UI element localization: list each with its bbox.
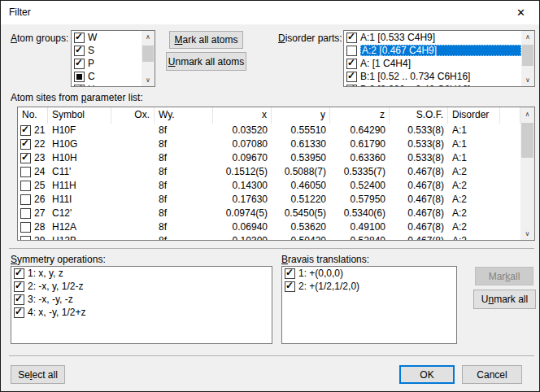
section-divider bbox=[9, 248, 534, 249]
checkbox[interactable] bbox=[346, 72, 357, 82]
bravais-translations-listbox[interactable]: 1: +(0,0,0) 2: +(1/2,1/2,0) bbox=[281, 266, 457, 344]
disorder-parts-listbox[interactable]: A:1 [0.533 C4H9] A:2 [0.467 C4H9] A: [1 … bbox=[343, 30, 535, 87]
table-row[interactable]: 22 H10G 8f 0.07080 0.61330 0.61790 0.533… bbox=[18, 137, 520, 151]
mark-all-button: Mark all bbox=[475, 267, 533, 285]
list-item[interactable]: 2: -x, y, 1/2-z bbox=[11, 280, 272, 293]
scrollbar[interactable]: ∧ ∨ bbox=[520, 107, 534, 240]
checkbox[interactable] bbox=[14, 307, 24, 318]
list-item[interactable]: C bbox=[72, 70, 142, 83]
cancel-button[interactable]: Cancel bbox=[462, 365, 522, 384]
mark-all-atoms-button[interactable]: Mark all atoms bbox=[169, 31, 243, 49]
bravais-translations-label: Bravais translations: bbox=[281, 254, 369, 265]
list-item[interactable]: S bbox=[72, 44, 142, 57]
close-icon: ✕ bbox=[516, 7, 525, 19]
column-header-y[interactable]: y bbox=[272, 107, 330, 124]
checkbox[interactable] bbox=[285, 268, 295, 279]
table-header[interactable]: No. Symbol Ox. Wy. x y z S.O.F. Disorder bbox=[18, 107, 520, 124]
checkbox[interactable] bbox=[74, 72, 85, 82]
list-item[interactable]: 1: +(0,0,0) bbox=[282, 267, 456, 280]
list-item[interactable]: P bbox=[72, 57, 142, 70]
checkbox[interactable] bbox=[20, 139, 31, 150]
table-row[interactable]: 23 H10H 8f 0.09670 0.53950 0.63360 0.533… bbox=[18, 151, 520, 165]
disorder-parts-label: Disorder parts: bbox=[278, 33, 342, 44]
list-item[interactable]: 4: x, -y, 1/2+z bbox=[11, 306, 272, 319]
checkbox[interactable] bbox=[20, 181, 31, 191]
column-header-disorder[interactable]: Disorder bbox=[448, 107, 500, 124]
scroll-up-icon[interactable]: ∧ bbox=[142, 31, 155, 43]
select-all-button[interactable]: Select all bbox=[11, 365, 65, 384]
list-item-selected[interactable]: A:2 [0.467 C4H9] bbox=[344, 44, 521, 57]
checkbox[interactable] bbox=[346, 85, 357, 88]
atom-groups-label: Atom groups: bbox=[11, 33, 68, 44]
checkbox[interactable] bbox=[74, 59, 85, 69]
table-row[interactable]: 29 H12B 8f 0.10300 0.50420 0.52840 0.467… bbox=[18, 234, 520, 241]
checkbox[interactable] bbox=[20, 153, 31, 163]
scroll-down-icon[interactable]: ∨ bbox=[520, 227, 534, 240]
checkbox[interactable] bbox=[346, 33, 357, 43]
column-header-x[interactable]: x bbox=[213, 107, 272, 124]
table-row[interactable]: 25 H11H 8f 0.14300 0.46050 0.52400 0.467… bbox=[18, 179, 520, 193]
checkbox[interactable] bbox=[14, 294, 24, 305]
checkbox[interactable] bbox=[14, 268, 24, 279]
table-row[interactable]: 21 H10F 8f 0.03520 0.55510 0.64290 0.533… bbox=[18, 124, 520, 137]
checkbox[interactable] bbox=[20, 125, 31, 136]
column-header-ox[interactable]: Ox. bbox=[111, 107, 155, 124]
checkbox[interactable] bbox=[346, 46, 357, 56]
list-item[interactable]: B:2 [0.266 .. 0.48 C6H16] bbox=[344, 83, 521, 87]
checkbox[interactable] bbox=[74, 85, 85, 88]
scroll-down-icon[interactable]: ∨ bbox=[142, 74, 155, 86]
scrollbar[interactable]: ∧ ∨ bbox=[521, 31, 534, 86]
scroll-thumb[interactable] bbox=[522, 45, 533, 66]
atom-sites-label: Atom sites from parameter list: bbox=[11, 92, 143, 103]
filter-dialog: Filter ✕ Atom groups: W S P C H ∧ ∨ Mark… bbox=[0, 0, 540, 392]
scroll-thumb[interactable] bbox=[521, 123, 533, 158]
checkbox[interactable] bbox=[20, 194, 31, 205]
checkbox[interactable] bbox=[14, 281, 24, 292]
atom-sites-table[interactable]: No. Symbol Ox. Wy. x y z S.O.F. Disorder… bbox=[17, 107, 535, 241]
column-header-filler bbox=[500, 107, 520, 124]
atom-groups-listbox[interactable]: W S P C H ∧ ∨ bbox=[71, 30, 155, 87]
list-item[interactable]: B:1 [0.52 .. 0.734 C6H16] bbox=[344, 70, 521, 83]
checkbox[interactable] bbox=[20, 167, 31, 177]
list-item[interactable]: 3: -x, -y, -z bbox=[11, 293, 272, 306]
symmetry-operations-label: Symmetry operations: bbox=[11, 254, 106, 265]
close-button[interactable]: ✕ bbox=[503, 1, 539, 24]
list-item[interactable]: H bbox=[72, 83, 142, 87]
symmetry-operations-listbox[interactable]: 1: x, y, z 2: -x, y, 1/2-z 3: -x, -y, -z… bbox=[11, 266, 272, 344]
list-item[interactable]: 1: x, y, z bbox=[11, 267, 272, 280]
footer-divider bbox=[9, 355, 534, 356]
scroll-up-icon[interactable]: ∧ bbox=[520, 107, 534, 120]
checkbox[interactable] bbox=[285, 281, 295, 292]
checkbox[interactable] bbox=[74, 33, 85, 43]
checkbox[interactable] bbox=[20, 208, 31, 219]
title-bar: Filter ✕ bbox=[1, 1, 539, 24]
checkbox[interactable] bbox=[20, 236, 31, 241]
checkbox[interactable] bbox=[20, 222, 31, 233]
checkbox[interactable] bbox=[346, 59, 357, 69]
table-row[interactable]: 24 C11' 8f 0.1512(5) 0.5088(7) 0.5335(7)… bbox=[18, 165, 520, 179]
column-header-sof[interactable]: S.O.F. bbox=[390, 107, 448, 124]
column-header-wy[interactable]: Wy. bbox=[155, 107, 213, 124]
table-row[interactable]: 28 H12A 8f 0.06940 0.53620 0.49100 0.467… bbox=[18, 220, 520, 234]
table-row[interactable]: 26 H11I 8f 0.17630 0.51220 0.57950 0.467… bbox=[18, 193, 520, 207]
ok-button[interactable]: OK bbox=[399, 365, 455, 384]
unmark-all-atoms-button[interactable]: Unmark all atoms bbox=[166, 52, 246, 71]
table-row[interactable]: 27 C12' 8f 0.0974(5) 0.5450(5) 0.5340(6)… bbox=[18, 207, 520, 220]
list-item[interactable]: W bbox=[72, 31, 142, 44]
window-title: Filter bbox=[9, 7, 31, 18]
checkbox[interactable] bbox=[74, 46, 85, 56]
column-header-no[interactable]: No. bbox=[18, 107, 48, 124]
scroll-up-icon[interactable]: ∧ bbox=[521, 31, 534, 43]
unmark-all-button[interactable]: Unmark all bbox=[473, 290, 536, 309]
column-header-symbol[interactable]: Symbol bbox=[48, 107, 111, 124]
list-item[interactable]: 2: +(1/2,1/2,0) bbox=[282, 280, 456, 293]
scroll-down-icon[interactable]: ∨ bbox=[521, 74, 534, 86]
scrollbar[interactable]: ∧ ∨ bbox=[142, 31, 155, 86]
scroll-thumb[interactable] bbox=[142, 46, 154, 62]
list-item[interactable]: A: [1 C4H4] bbox=[344, 57, 521, 70]
list-item[interactable]: A:1 [0.533 C4H9] bbox=[344, 31, 521, 44]
column-header-z[interactable]: z bbox=[330, 107, 390, 124]
